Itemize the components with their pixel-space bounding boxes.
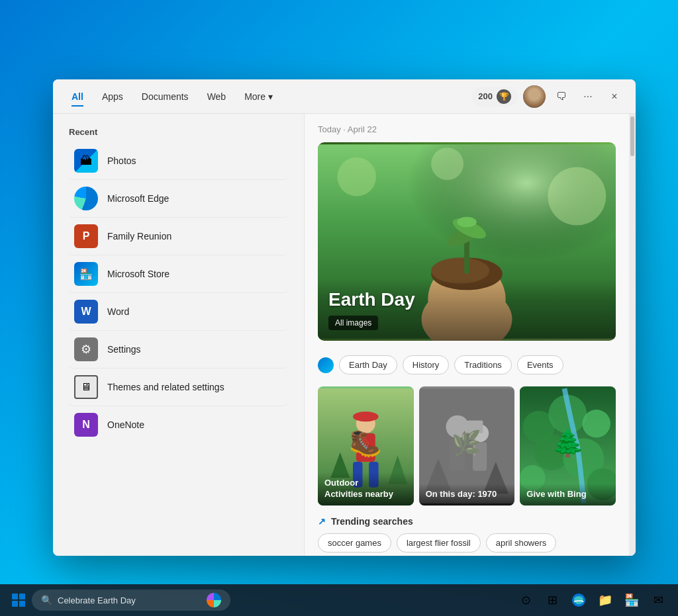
taskbar-mail-icon[interactable]: ✉	[646, 588, 670, 612]
scrollbar[interactable]	[629, 114, 636, 556]
trending-chip-fossil[interactable]: largest flier fossil	[397, 533, 481, 552]
left-panel: Recent 🏔 Photos Microsoft Edge P Family …	[53, 114, 305, 556]
app-name-settings: Settings	[107, 344, 141, 355]
date-separator: ·	[341, 124, 348, 134]
search-panel: All Apps Documents Web More ▾ 200 🏆 🗨 ··…	[53, 79, 636, 556]
card-give-with-bing[interactable]: Give with Bing	[520, 386, 616, 506]
search-icon: 🔍	[41, 595, 52, 605]
card-outdoor-activities[interactable]: OutdoorActivities nearby	[318, 386, 414, 506]
settings-icon: ⚙	[74, 337, 98, 361]
earth-day-hero-card[interactable]: Earth Day All images	[318, 142, 616, 341]
win-logo-bottom-right	[19, 601, 25, 607]
nav-bar: All Apps Documents Web More ▾ 200 🏆 🗨 ··…	[53, 79, 636, 114]
start-button[interactable]	[8, 590, 29, 611]
app-item-themes[interactable]: 🖥 Themes and related settings	[69, 369, 288, 406]
earth-day-title: Earth Day	[328, 289, 605, 310]
win-logo-top-right	[19, 594, 25, 599]
tab-apps[interactable]: Apps	[94, 87, 131, 106]
svg-point-3	[548, 167, 606, 226]
app-item-settings[interactable]: ⚙ Settings	[69, 331, 288, 369]
taskbar: 🔍 Celebrate Earth Day ⊙ ⊞ 📁 🏪 ✉	[0, 584, 678, 616]
svg-rect-15	[356, 433, 375, 462]
app-item-family-reunion[interactable]: P Family Reunion	[69, 218, 288, 255]
topic-chip-earthday[interactable]: Earth Day	[339, 355, 397, 374]
tab-more[interactable]: More ▾	[236, 87, 281, 106]
desktop: All Apps Documents Web More ▾ 200 🏆 🗨 ··…	[0, 0, 678, 616]
taskbar-widgets-icon[interactable]: ⊞	[540, 588, 564, 612]
svg-point-4	[431, 148, 463, 180]
app-item-edge[interactable]: Microsoft Edge	[69, 180, 288, 218]
windows-logo	[12, 594, 25, 607]
store-icon: 🏪	[74, 262, 98, 286]
cards-row: OutdoorActivities nearby	[318, 386, 616, 506]
bing-orb-icon	[207, 593, 221, 607]
date-value: April 22	[348, 124, 377, 134]
trending-title: Trending searches	[331, 516, 413, 527]
trending-arrow-icon: ↗	[318, 516, 326, 527]
trending-header: ↗ Trending searches	[318, 516, 616, 527]
svg-point-34	[583, 410, 610, 437]
points-value: 200	[478, 91, 493, 101]
feedback-icon[interactable]: 🗨	[551, 86, 572, 107]
tab-documents[interactable]: Documents	[134, 87, 197, 106]
app-name-onenote: OneNote	[107, 419, 144, 430]
earth-day-topic-icon	[318, 357, 334, 373]
user-avatar[interactable]	[523, 85, 546, 108]
points-badge[interactable]: 200 🏆	[471, 87, 518, 107]
trending-chip-showers[interactable]: april showers	[486, 533, 557, 552]
svg-rect-24	[450, 438, 465, 470]
tab-all[interactable]: All	[64, 87, 91, 106]
app-name-photos: Photos	[107, 155, 136, 166]
close-icon[interactable]: ×	[604, 86, 625, 107]
app-item-word[interactable]: W Word	[69, 293, 288, 331]
taskbar-store-icon[interactable]: 🏪	[620, 588, 644, 612]
avatar-image	[523, 85, 546, 108]
nav-right-actions: 200 🏆 🗨 ··· ×	[471, 85, 625, 108]
svg-point-23	[446, 416, 469, 439]
recent-title: Recent	[69, 127, 288, 137]
more-options-icon[interactable]: ···	[577, 86, 599, 107]
topic-chip-traditions[interactable]: Traditions	[454, 355, 512, 374]
app-name-edge: Microsoft Edge	[107, 193, 169, 204]
right-panel: Today · April 22	[305, 114, 629, 556]
topic-chip-history[interactable]: History	[403, 355, 449, 374]
search-text: Celebrate Earth Day	[58, 595, 201, 605]
svg-point-2	[337, 157, 376, 197]
main-content: Recent 🏔 Photos Microsoft Edge P Family …	[53, 114, 636, 556]
trending-chip-soccer[interactable]: soccer games	[318, 533, 391, 552]
word-icon: W	[74, 300, 98, 324]
all-images-button[interactable]: All images	[328, 316, 378, 330]
app-name-family-reunion: Family Reunion	[107, 231, 171, 242]
app-item-store[interactable]: 🏪 Microsoft Store	[69, 255, 288, 293]
taskbar-circle-icon[interactable]: ⊙	[514, 588, 538, 612]
earth-day-overlay: Earth Day All images	[318, 279, 616, 341]
topics-row: Earth Day History Traditions Events	[318, 349, 616, 381]
taskbar-file-explorer-icon[interactable]: 📁	[593, 588, 617, 612]
topic-chip-events[interactable]: Events	[517, 355, 563, 374]
app-name-word: Word	[107, 306, 129, 317]
date-header: Today · April 22	[318, 124, 616, 134]
win-logo-top-left	[12, 594, 18, 599]
photos-icon: 🏔	[74, 149, 98, 173]
svg-point-18	[353, 412, 379, 421]
app-name-store: Microsoft Store	[107, 269, 170, 279]
app-item-photos[interactable]: 🏔 Photos	[69, 142, 288, 180]
date-today: Today	[318, 124, 341, 134]
svg-point-12	[457, 217, 476, 228]
trending-chips-row1: soccer games largest flier fossil april …	[318, 533, 616, 552]
bing-card-label: Give with Bing	[520, 484, 616, 506]
trophy-icon: 🏆	[497, 89, 511, 104]
svg-rect-26	[473, 442, 487, 470]
1970-card-label: On this day: 1970	[419, 484, 515, 506]
scroll-thumb[interactable]	[630, 116, 634, 156]
taskbar-search[interactable]: 🔍 Celebrate Earth Day	[32, 590, 230, 611]
taskbar-edge-icon[interactable]	[567, 588, 591, 612]
edge-icon	[74, 187, 98, 210]
app-name-themes: Themes and related settings	[107, 382, 224, 392]
ppt-icon: P	[74, 224, 98, 248]
card-on-this-day[interactable]: On this day: 1970	[419, 386, 515, 506]
app-item-onenote[interactable]: N OneNote	[69, 406, 288, 443]
onenote-icon: N	[74, 413, 98, 437]
svg-rect-30	[467, 420, 483, 433]
tab-web[interactable]: Web	[199, 87, 234, 106]
